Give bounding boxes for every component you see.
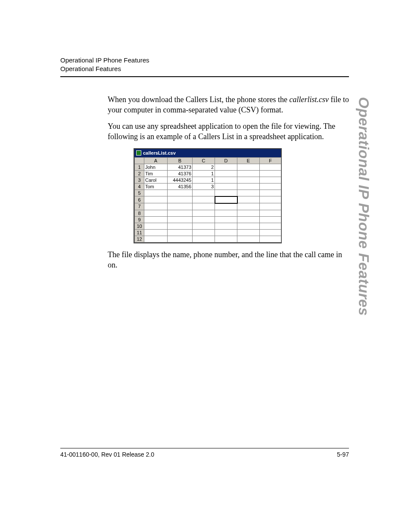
cell [193, 203, 215, 210]
cell: Tom [144, 183, 168, 190]
col-F: F [260, 157, 281, 164]
cell [193, 229, 215, 236]
cell [144, 223, 168, 229]
cell: 41356 [168, 183, 193, 190]
footer-right: 5-97 [337, 451, 349, 458]
row-number: 10 [135, 223, 144, 229]
cell [237, 196, 260, 203]
cell [215, 177, 237, 183]
cell [237, 203, 260, 210]
page-footer: 41-001160-00, Rev 01 Release 2.0 5-97 [60, 448, 349, 458]
col-A: A [144, 157, 168, 164]
footer-left: 41-001160-00, Rev 01 Release 2.0 [60, 451, 154, 458]
page-header: Operational IP Phone Features Operationa… [60, 56, 349, 74]
cell [215, 203, 237, 210]
page-content: Operational IP Phone Features Operationa… [60, 56, 349, 276]
cell [237, 177, 260, 183]
header-row: A B C D E F [135, 157, 281, 164]
cell [168, 196, 193, 203]
header-rule [60, 76, 349, 77]
col-E: E [237, 157, 260, 164]
cell: 41376 [168, 170, 193, 177]
cell [260, 183, 281, 190]
selected-cell [215, 196, 237, 203]
cell [168, 229, 193, 236]
p1-part-a: When you download the Callers List, the … [108, 95, 289, 104]
spreadsheet-filename: callersList.csv [143, 150, 176, 156]
side-chapter-title: Operational IP Phone Features [355, 97, 372, 316]
cell [260, 164, 281, 170]
table-row: 7 [135, 203, 281, 210]
row-number: 11 [135, 229, 144, 236]
cell [168, 223, 193, 229]
table-row: 1 John 41373 2 [135, 164, 281, 170]
row-number: 9 [135, 216, 144, 223]
table-row: 11 [135, 229, 281, 236]
cell [144, 229, 168, 236]
cell [144, 203, 168, 210]
cell [260, 170, 281, 177]
cell [215, 236, 237, 242]
cell [168, 203, 193, 210]
paragraph-3: The file displays the name, phone number… [108, 249, 349, 271]
cell [237, 190, 260, 196]
col-D: D [215, 157, 237, 164]
cell [260, 223, 281, 229]
cell [193, 216, 215, 223]
table-row: 3 Carol 4443245 1 [135, 177, 281, 183]
cell [237, 229, 260, 236]
cell [237, 236, 260, 242]
cell [215, 170, 237, 177]
cell: 2 [193, 164, 215, 170]
cell [144, 210, 168, 216]
row-number: 1 [135, 164, 144, 170]
table-row: 5 [135, 190, 281, 196]
cell [215, 183, 237, 190]
row-number: 2 [135, 170, 144, 177]
cell: 4443245 [168, 177, 193, 183]
cell: 1 [193, 177, 215, 183]
cell [215, 223, 237, 229]
table-row: 12 [135, 236, 281, 242]
table-row: 4 Tom 41356 3 [135, 183, 281, 190]
cell [260, 216, 281, 223]
row-number: 6 [135, 196, 144, 203]
spreadsheet-titlebar: callersList.csv [134, 149, 281, 157]
body-text: When you download the Callers List, the … [108, 94, 349, 271]
cell [144, 196, 168, 203]
cell [193, 190, 215, 196]
row-number: 7 [135, 203, 144, 210]
row-number: 3 [135, 177, 144, 183]
cell [215, 190, 237, 196]
cell [215, 164, 237, 170]
cell [144, 190, 168, 196]
cell: 41373 [168, 164, 193, 170]
cell [144, 216, 168, 223]
paragraph-1: When you download the Callers List, the … [108, 94, 349, 115]
cell: Tim [144, 170, 168, 177]
cell [193, 223, 215, 229]
cell [215, 229, 237, 236]
row-number: 8 [135, 210, 144, 216]
row-number: 12 [135, 236, 144, 242]
cell [237, 183, 260, 190]
row-number: 4 [135, 183, 144, 190]
cell [237, 210, 260, 216]
cell [168, 216, 193, 223]
cell: John [144, 164, 168, 170]
row-number: 5 [135, 190, 144, 196]
cell [237, 170, 260, 177]
cell [260, 177, 281, 183]
p1-filename: callerlist.csv [289, 95, 328, 104]
table-row: 2 Tim 41376 1 [135, 170, 281, 177]
cell [168, 210, 193, 216]
paragraph-2: You can use any spreadsheet application … [108, 121, 349, 142]
spreadsheet-screenshot: callersList.csv A B C D E F 1 John [134, 148, 282, 243]
cell [237, 223, 260, 229]
table-row: 6 [135, 196, 281, 203]
cell [168, 236, 193, 242]
cell: 1 [193, 170, 215, 177]
cell [215, 210, 237, 216]
corner-cell [135, 157, 144, 164]
spreadsheet-grid: A B C D E F 1 John 41373 2 2 Tim [134, 157, 281, 243]
